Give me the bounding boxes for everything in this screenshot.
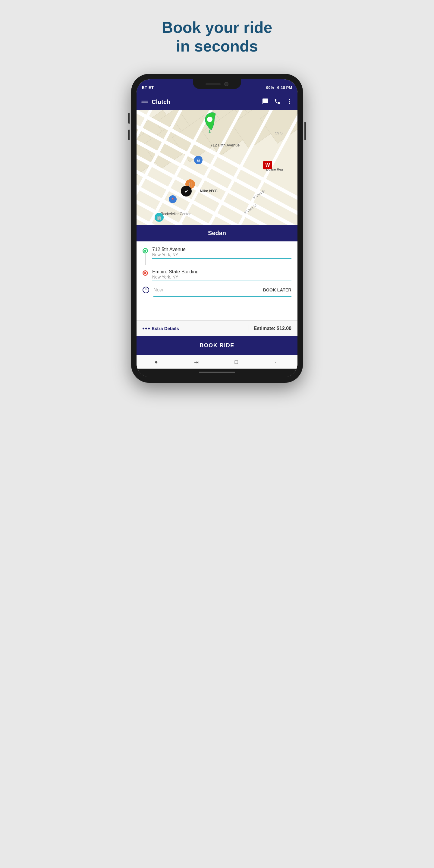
home-indicator	[136, 369, 298, 377]
ride-type-bar: Sedan	[136, 225, 298, 241]
volume-down-button	[128, 130, 130, 140]
booking-form: 712 5th Avenue New York, NY Empire State…	[136, 241, 298, 302]
svg-point-0	[289, 99, 290, 100]
estimate-label: Estimate: $12.00	[254, 326, 291, 331]
app-title: Clutch	[152, 98, 170, 105]
svg-text:59 S: 59 S	[275, 131, 283, 135]
status-right: 90% 6:18 PM	[266, 85, 292, 90]
hamburger-line-2	[141, 101, 148, 102]
book-later-button[interactable]: BOOK LATER	[263, 287, 291, 292]
phone-screen: ET ET 90% 6:18 PM	[136, 79, 298, 377]
svg-text:🍴: 🍴	[188, 182, 193, 187]
pickup-sub: New York, NY	[152, 252, 291, 257]
dot-1	[143, 328, 144, 330]
nav-recent-icon[interactable]: ⇥	[194, 359, 198, 366]
ride-type-label: Sedan	[208, 230, 226, 236]
book-ride-label: BOOK RIDE	[199, 342, 235, 348]
android-nav-bar: ● ⇥ □ ←	[136, 355, 298, 369]
clock: 6:18 PM	[277, 85, 292, 90]
svg-text:🏢: 🏢	[157, 216, 161, 220]
headline-line2: in seconds	[176, 37, 258, 55]
page-headline: Book your ride in seconds	[162, 18, 273, 56]
connector-line	[145, 254, 146, 265]
extra-details-label: Extra Details	[152, 326, 179, 331]
svg-text:712 Fifth Avenue: 712 Fifth Avenue	[210, 143, 240, 147]
volume-up-button	[128, 113, 130, 124]
dot-2	[145, 328, 147, 330]
svg-text:🏛: 🏛	[197, 158, 200, 162]
pickup-dot	[143, 248, 148, 253]
status-bar: ET ET 90% 6:18 PM	[136, 79, 298, 95]
headline-line1: Book your ride	[162, 19, 273, 36]
extra-details-bar: Extra Details Estimate: $12.00	[136, 320, 298, 336]
divider	[249, 325, 249, 332]
pickup-underline	[152, 258, 291, 259]
phone-shell: ET ET 90% 6:18 PM	[131, 74, 303, 383]
dropoff-row: Empire State Building New York, NY	[143, 269, 291, 284]
pickup-row: 712 5th Avenue New York, NY	[143, 247, 291, 268]
phone-icon[interactable]	[274, 98, 281, 106]
map-area[interactable]: E 53rd St E 52nd St 59 S 712 Fifth Avenu…	[136, 110, 298, 225]
dropoff-dot	[143, 270, 148, 276]
dropoff-main: Empire State Building	[152, 269, 291, 275]
status-left: ET ET	[142, 85, 154, 90]
header-left: Clutch	[141, 98, 170, 105]
home-bar	[199, 372, 235, 373]
svg-text:Nike NYC: Nike NYC	[200, 189, 218, 193]
nav-home-icon[interactable]: □	[235, 359, 238, 365]
book-ride-button[interactable]: BOOK RIDE	[136, 336, 298, 355]
battery-indicator: 90%	[266, 85, 274, 90]
svg-text:W: W	[265, 162, 270, 167]
app-header: Clutch	[136, 95, 298, 110]
clock-icon	[143, 287, 149, 293]
dropoff-connector	[143, 269, 148, 276]
dropoff-sub: New York, NY	[152, 275, 291, 279]
notch	[193, 79, 241, 89]
dot-3	[148, 328, 150, 330]
hamburger-line-1	[141, 100, 148, 101]
svg-point-1	[289, 101, 290, 102]
time-now-label: Now	[153, 287, 263, 293]
time-underline	[153, 296, 291, 297]
pickup-main: 712 5th Avenue	[152, 247, 291, 252]
power-button	[304, 122, 306, 140]
nav-dot-icon: ●	[155, 359, 158, 365]
header-icons	[262, 98, 293, 106]
time-row[interactable]: Now BOOK LATER	[143, 287, 291, 296]
extra-details-icon	[143, 328, 150, 330]
dropoff-underline	[152, 281, 291, 281]
spacer	[136, 302, 298, 320]
more-options-icon[interactable]	[286, 98, 293, 106]
chat-icon[interactable]	[262, 98, 269, 106]
svg-point-49	[207, 117, 213, 122]
extra-details-left[interactable]: Extra Details	[143, 326, 244, 331]
notch-camera	[224, 82, 228, 86]
svg-point-2	[289, 102, 290, 104]
svg-point-51	[209, 132, 211, 133]
svg-text:Rockefeller Center: Rockefeller Center	[161, 212, 190, 216]
notch-speaker	[206, 83, 221, 85]
svg-text:✔: ✔	[185, 189, 188, 194]
pickup-location-text[interactable]: 712 5th Avenue New York, NY	[152, 247, 291, 259]
page-wrapper: Book your ride in seconds ET ET 90% 6:18…	[108, 18, 326, 383]
svg-text:📍: 📍	[171, 198, 175, 202]
pickup-connector	[143, 247, 148, 266]
nav-back-icon[interactable]: ←	[274, 359, 279, 365]
hamburger-menu-button[interactable]	[141, 100, 148, 104]
hamburger-line-3	[141, 104, 148, 104]
dropoff-location-text[interactable]: Empire State Building New York, NY	[152, 269, 291, 281]
